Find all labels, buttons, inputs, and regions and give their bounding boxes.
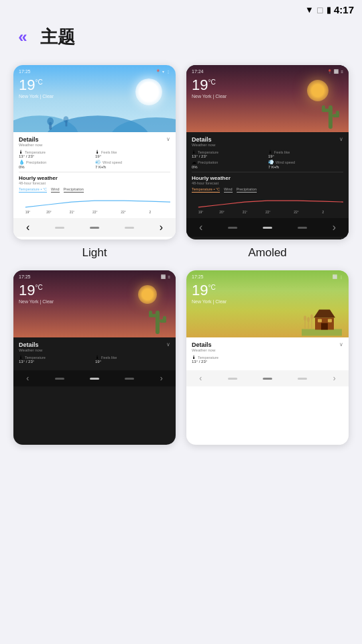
amoled-hourly-title: Hourly weather bbox=[192, 175, 343, 181]
light-nav-prev: ‹ bbox=[26, 221, 29, 233]
svg-rect-17 bbox=[336, 111, 339, 117]
amoled-tabs: Temperature • °C Wind Precipitation bbox=[192, 187, 343, 193]
amoled-chart: 19° 20° 21° 22° 22° 2 bbox=[192, 195, 343, 214]
svg-point-38 bbox=[307, 317, 310, 323]
theme-preview-amoled: 17:24 📍 ⬜ ≡ 19°C New York | Clear bbox=[186, 65, 349, 239]
country-stat-temp: 🌡 Temperature 13° / 23° bbox=[192, 355, 267, 364]
light-stats: 🌡 Temperature 13° / 23° 🌡 Feels like 19° bbox=[19, 150, 170, 169]
svg-text:22°: 22° bbox=[294, 211, 298, 214]
theme-preview-country: 17:25 ⬜ ⋮ 19°C New York | Clear bbox=[186, 270, 349, 445]
light-preview-header: 17:25 📍 ▾ ⋮ 19°C New York | Clear bbox=[13, 65, 176, 132]
amoled-tab-precip: Precipitation bbox=[237, 187, 257, 193]
light-precip-icon: 💧 bbox=[19, 160, 25, 165]
amoled-tab-temp: Temperature • °C bbox=[192, 187, 220, 193]
theme-card-cactus[interactable]: 17:25 ⬜ ≡ 19°C New York | Clear bbox=[13, 270, 176, 451]
light-stat-wind: 💨 Wind speed 7 K•/h bbox=[95, 160, 170, 169]
cactus-nav-dot1 bbox=[55, 378, 64, 380]
amoled-stat-precip: ☁ Precipitation 0% bbox=[192, 160, 267, 169]
amoled-label: Amoled bbox=[248, 246, 287, 260]
amoled-precip-icon: ☁ bbox=[192, 160, 196, 165]
cactus-stat-feels: 🌡 Feels like 19° bbox=[95, 355, 170, 364]
cactus-nav-dot3 bbox=[125, 378, 134, 380]
light-nav-dot1 bbox=[55, 227, 64, 229]
light-hills bbox=[13, 105, 176, 132]
cactus-cactus-icon bbox=[147, 301, 168, 337]
country-time: 17:25 bbox=[192, 274, 204, 279]
svg-text:22°: 22° bbox=[121, 211, 125, 214]
light-nav-next: › bbox=[160, 221, 163, 233]
light-temp-icon: 🌡 bbox=[19, 150, 23, 154]
amoled-icon2: ⬜ bbox=[334, 69, 339, 74]
country-icon1: ⬜ bbox=[333, 274, 337, 279]
light-header-icon1: 📍 bbox=[156, 69, 160, 74]
battery-icon: ▮ bbox=[326, 5, 331, 15]
light-chevron-icon: ∨ bbox=[166, 136, 170, 142]
light-chart: 19° 20° 21° 22° 22° 2 bbox=[19, 195, 170, 214]
cactus-icon1: ⬜ bbox=[161, 274, 166, 279]
svg-rect-15 bbox=[322, 105, 325, 112]
theme-preview-cactus: 17:25 ⬜ ≡ 19°C New York | Clear bbox=[13, 270, 176, 445]
cactus-nav-prev: ‹ bbox=[26, 374, 29, 383]
country-stats: 🌡 Temperature 13° / 23° bbox=[192, 355, 343, 364]
country-barn-icon bbox=[302, 297, 342, 337]
amoled-stat-temp: 🌡 Temperature 13° / 23° bbox=[192, 150, 267, 158]
cactus-preview-header: 17:25 ⬜ ≡ 19°C New York | Clear bbox=[13, 270, 176, 337]
theme-card-light[interactable]: 17:25 📍 ▾ ⋮ 19°C New York | Clear bbox=[13, 65, 176, 260]
light-header-icon2: ▾ bbox=[162, 69, 164, 74]
amoled-nav: ‹ › bbox=[186, 218, 349, 237]
status-bar: ▼ ◻ ▮ 4:17 bbox=[0, 0, 362, 19]
back-button[interactable]: « bbox=[11, 25, 35, 49]
header: « 主题 bbox=[0, 19, 362, 60]
amoled-nav-dot3 bbox=[298, 227, 307, 229]
amoled-tab-wind: Wind bbox=[224, 187, 233, 193]
svg-point-4 bbox=[47, 117, 54, 125]
cactus-feels-icon: 🌡 bbox=[95, 355, 100, 360]
light-time: 17:25 bbox=[19, 69, 31, 74]
cactus-nav: ‹ › bbox=[13, 370, 176, 386]
light-details-sub: Weather now bbox=[19, 143, 42, 147]
theme-card-amoled[interactable]: 17:24 📍 ⬜ ≡ 19°C New York | Clear bbox=[186, 65, 349, 260]
status-icons: ▼ ◻ ▮ 4:17 bbox=[305, 4, 354, 15]
time: 4:17 bbox=[334, 4, 354, 15]
back-icon: « bbox=[18, 28, 27, 46]
amoled-time: 17:24 bbox=[192, 69, 204, 74]
cactus-details: Details Weather now ∨ 🌡 Temperature 13° … bbox=[13, 337, 176, 370]
amoled-icon3: ≡ bbox=[341, 70, 343, 74]
svg-text:21°: 21° bbox=[70, 211, 74, 214]
svg-point-6 bbox=[64, 116, 69, 123]
svg-rect-34 bbox=[328, 319, 332, 323]
light-details: Details Weather now ∨ 🌡 Temperature 13° … bbox=[13, 132, 176, 218]
country-temp-icon: 🌡 bbox=[192, 355, 196, 360]
country-icon2: ⋮ bbox=[339, 274, 343, 279]
country-nav-next: › bbox=[333, 374, 336, 383]
amoled-nav-dot1 bbox=[228, 227, 237, 229]
amoled-details-sub: Weather now bbox=[192, 143, 215, 147]
cactus-details-title: Details bbox=[19, 341, 42, 348]
light-nav-dot2 bbox=[90, 227, 99, 229]
amoled-hourly-sub: 48-hour forecast bbox=[192, 181, 343, 185]
light-nav: ‹ › bbox=[13, 218, 176, 237]
amoled-nav-next: › bbox=[333, 221, 336, 233]
cactus-nav-next: › bbox=[160, 374, 163, 383]
svg-rect-29 bbox=[302, 329, 342, 336]
svg-text:20°: 20° bbox=[46, 211, 51, 214]
cactus-icon2: ≡ bbox=[168, 275, 170, 279]
light-nav-dot3 bbox=[125, 227, 134, 229]
amoled-details-title: Details bbox=[192, 136, 215, 143]
amoled-preview-header: 17:24 📍 ⬜ ≡ 19°C New York | Clear bbox=[186, 65, 349, 132]
country-nav: ‹ › bbox=[186, 370, 349, 386]
amoled-chevron: ∨ bbox=[339, 136, 343, 142]
country-details-sub: Weather now bbox=[192, 348, 215, 352]
light-label: Light bbox=[82, 246, 107, 260]
amoled-temp-icon: 🌡 bbox=[192, 150, 196, 154]
amoled-details: Details Weather now ∨ 🌡 Temperature 13° … bbox=[186, 132, 349, 218]
theme-card-country[interactable]: 17:25 ⬜ ⋮ 19°C New York | Clear bbox=[186, 270, 349, 451]
svg-marker-31 bbox=[314, 310, 335, 318]
light-tab-precip: Precipitation bbox=[64, 187, 84, 193]
svg-text:19°: 19° bbox=[25, 211, 30, 214]
svg-rect-28 bbox=[163, 316, 166, 323]
light-wind-icon: 💨 bbox=[95, 160, 101, 165]
cactus-details-sub: Weather now bbox=[19, 348, 42, 352]
cactus-time: 17:25 bbox=[19, 274, 31, 279]
cactus-nav-dot2 bbox=[90, 378, 99, 380]
